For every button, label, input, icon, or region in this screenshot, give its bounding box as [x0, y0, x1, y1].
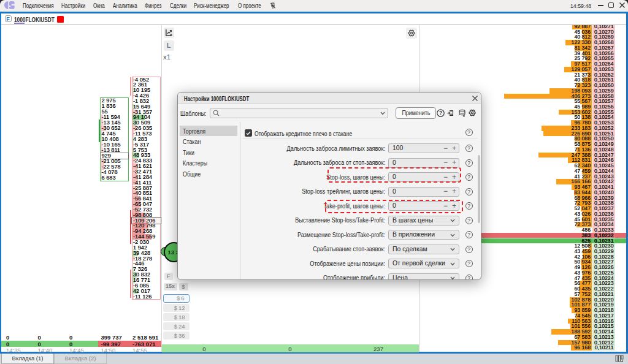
svg-text:?: ?	[439, 110, 442, 116]
